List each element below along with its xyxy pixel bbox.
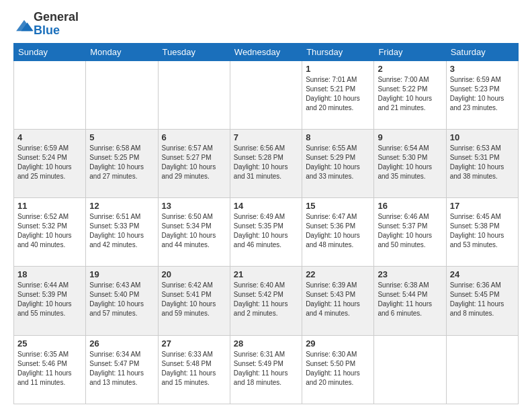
day-number: 19 bbox=[89, 269, 154, 279]
day-number: 7 bbox=[234, 132, 298, 142]
day-info: Sunrise: 7:01 AM Sunset: 5:21 PM Dayligh… bbox=[306, 75, 370, 113]
calendar-cell: 25Sunrise: 6:35 AM Sunset: 5:46 PM Dayli… bbox=[14, 335, 86, 404]
day-number: 22 bbox=[306, 269, 370, 279]
calendar-cell: 8Sunrise: 6:55 AM Sunset: 5:29 PM Daylig… bbox=[302, 129, 374, 197]
calendar-cell: 29Sunrise: 6:30 AM Sunset: 5:50 PM Dayli… bbox=[302, 335, 374, 404]
calendar-cell: 19Sunrise: 6:43 AM Sunset: 5:40 PM Dayli… bbox=[86, 267, 158, 335]
day-info: Sunrise: 6:43 AM Sunset: 5:40 PM Dayligh… bbox=[89, 281, 154, 318]
day-info: Sunrise: 6:34 AM Sunset: 5:47 PM Dayligh… bbox=[89, 350, 154, 387]
day-number: 9 bbox=[378, 132, 442, 142]
calendar-cell bbox=[158, 60, 230, 129]
day-number: 29 bbox=[306, 338, 370, 349]
calendar-cell: 5Sunrise: 6:58 AM Sunset: 5:25 PM Daylig… bbox=[86, 129, 158, 197]
day-info: Sunrise: 6:45 AM Sunset: 5:38 PM Dayligh… bbox=[450, 212, 515, 250]
calendar-cell: 2Sunrise: 7:00 AM Sunset: 5:22 PM Daylig… bbox=[374, 60, 446, 129]
page: General Blue Sunday Monday Tuesday Wedne… bbox=[0, 0, 532, 411]
day-info: Sunrise: 6:30 AM Sunset: 5:50 PM Dayligh… bbox=[306, 350, 370, 387]
day-number: 8 bbox=[306, 132, 370, 142]
calendar-week-row: 11Sunrise: 6:52 AM Sunset: 5:32 PM Dayli… bbox=[14, 198, 519, 267]
calendar-header-row: Sunday Monday Tuesday Wednesday Thursday… bbox=[14, 43, 519, 60]
day-number: 15 bbox=[306, 201, 370, 211]
day-number: 2 bbox=[378, 64, 442, 74]
calendar-cell: 23Sunrise: 6:38 AM Sunset: 5:44 PM Dayli… bbox=[374, 267, 446, 335]
calendar-cell: 26Sunrise: 6:34 AM Sunset: 5:47 PM Dayli… bbox=[86, 335, 158, 404]
day-number: 10 bbox=[450, 132, 515, 142]
calendar-cell: 9Sunrise: 6:54 AM Sunset: 5:30 PM Daylig… bbox=[374, 129, 446, 197]
day-info: Sunrise: 6:54 AM Sunset: 5:30 PM Dayligh… bbox=[378, 144, 442, 181]
day-info: Sunrise: 6:55 AM Sunset: 5:29 PM Dayligh… bbox=[306, 144, 370, 181]
day-info: Sunrise: 6:59 AM Sunset: 5:24 PM Dayligh… bbox=[17, 144, 82, 181]
calendar-cell bbox=[374, 335, 446, 404]
day-info: Sunrise: 6:31 AM Sunset: 5:49 PM Dayligh… bbox=[234, 350, 298, 387]
day-number: 23 bbox=[378, 269, 442, 279]
day-info: Sunrise: 6:58 AM Sunset: 5:25 PM Dayligh… bbox=[89, 144, 154, 181]
calendar-cell: 13Sunrise: 6:50 AM Sunset: 5:34 PM Dayli… bbox=[158, 198, 230, 267]
calendar-cell: 21Sunrise: 6:40 AM Sunset: 5:42 PM Dayli… bbox=[230, 267, 302, 335]
day-info: Sunrise: 6:59 AM Sunset: 5:23 PM Dayligh… bbox=[450, 75, 515, 113]
col-tuesday: Tuesday bbox=[158, 43, 230, 60]
calendar-cell: 10Sunrise: 6:53 AM Sunset: 5:31 PM Dayli… bbox=[446, 129, 518, 197]
day-info: Sunrise: 6:53 AM Sunset: 5:31 PM Dayligh… bbox=[450, 144, 515, 181]
day-info: Sunrise: 6:47 AM Sunset: 5:36 PM Dayligh… bbox=[306, 212, 370, 250]
day-info: Sunrise: 6:52 AM Sunset: 5:32 PM Dayligh… bbox=[17, 212, 82, 250]
col-monday: Monday bbox=[86, 43, 158, 60]
col-saturday: Saturday bbox=[446, 43, 518, 60]
day-number: 14 bbox=[234, 201, 298, 211]
col-friday: Friday bbox=[374, 43, 446, 60]
calendar-cell: 16Sunrise: 6:46 AM Sunset: 5:37 PM Dayli… bbox=[374, 198, 446, 267]
day-number: 28 bbox=[234, 338, 298, 349]
day-info: Sunrise: 6:44 AM Sunset: 5:39 PM Dayligh… bbox=[17, 281, 82, 318]
day-number: 12 bbox=[89, 201, 154, 211]
day-info: Sunrise: 7:00 AM Sunset: 5:22 PM Dayligh… bbox=[378, 75, 442, 113]
calendar-cell: 20Sunrise: 6:42 AM Sunset: 5:41 PM Dayli… bbox=[158, 267, 230, 335]
day-number: 1 bbox=[306, 64, 370, 74]
calendar-cell: 17Sunrise: 6:45 AM Sunset: 5:38 PM Dayli… bbox=[446, 198, 518, 267]
logo-blue: Blue bbox=[34, 24, 79, 38]
day-number: 17 bbox=[450, 201, 515, 211]
calendar-cell: 11Sunrise: 6:52 AM Sunset: 5:32 PM Dayli… bbox=[14, 198, 86, 267]
day-info: Sunrise: 6:35 AM Sunset: 5:46 PM Dayligh… bbox=[17, 350, 82, 387]
day-number: 11 bbox=[17, 201, 82, 211]
day-info: Sunrise: 6:49 AM Sunset: 5:35 PM Dayligh… bbox=[234, 212, 298, 250]
day-info: Sunrise: 6:38 AM Sunset: 5:44 PM Dayligh… bbox=[378, 281, 442, 318]
col-thursday: Thursday bbox=[302, 43, 374, 60]
logo-icon bbox=[15, 19, 34, 34]
day-number: 6 bbox=[162, 132, 226, 142]
calendar-cell: 1Sunrise: 7:01 AM Sunset: 5:21 PM Daylig… bbox=[302, 60, 374, 129]
day-info: Sunrise: 6:50 AM Sunset: 5:34 PM Dayligh… bbox=[162, 212, 226, 250]
day-number: 4 bbox=[17, 132, 82, 142]
day-number: 18 bbox=[17, 269, 82, 279]
calendar-week-row: 18Sunrise: 6:44 AM Sunset: 5:39 PM Dayli… bbox=[14, 267, 519, 335]
calendar-cell bbox=[86, 60, 158, 129]
day-number: 3 bbox=[450, 64, 515, 74]
calendar-cell bbox=[230, 60, 302, 129]
day-number: 13 bbox=[162, 201, 226, 211]
calendar-cell bbox=[446, 335, 518, 404]
day-info: Sunrise: 6:51 AM Sunset: 5:33 PM Dayligh… bbox=[89, 212, 154, 250]
calendar-table: Sunday Monday Tuesday Wednesday Thursday… bbox=[13, 43, 519, 404]
day-info: Sunrise: 6:57 AM Sunset: 5:27 PM Dayligh… bbox=[162, 144, 226, 181]
day-info: Sunrise: 6:40 AM Sunset: 5:42 PM Dayligh… bbox=[234, 281, 298, 318]
day-info: Sunrise: 6:33 AM Sunset: 5:48 PM Dayligh… bbox=[162, 350, 226, 387]
day-number: 16 bbox=[378, 201, 442, 211]
day-number: 21 bbox=[234, 269, 298, 279]
calendar-week-row: 4Sunrise: 6:59 AM Sunset: 5:24 PM Daylig… bbox=[14, 129, 519, 197]
day-info: Sunrise: 6:39 AM Sunset: 5:43 PM Dayligh… bbox=[306, 281, 370, 318]
calendar-week-row: 25Sunrise: 6:35 AM Sunset: 5:46 PM Dayli… bbox=[14, 335, 519, 404]
calendar-cell: 6Sunrise: 6:57 AM Sunset: 5:27 PM Daylig… bbox=[158, 129, 230, 197]
calendar-cell: 3Sunrise: 6:59 AM Sunset: 5:23 PM Daylig… bbox=[446, 60, 518, 129]
day-number: 5 bbox=[89, 132, 154, 142]
day-number: 25 bbox=[17, 338, 82, 349]
col-sunday: Sunday bbox=[14, 43, 86, 60]
calendar-cell: 22Sunrise: 6:39 AM Sunset: 5:43 PM Dayli… bbox=[302, 267, 374, 335]
header: General Blue bbox=[13, 11, 519, 38]
day-number: 24 bbox=[450, 269, 515, 279]
calendar-cell: 4Sunrise: 6:59 AM Sunset: 5:24 PM Daylig… bbox=[14, 129, 86, 197]
calendar-cell bbox=[14, 60, 86, 129]
calendar-cell: 15Sunrise: 6:47 AM Sunset: 5:36 PM Dayli… bbox=[302, 198, 374, 267]
calendar-cell: 7Sunrise: 6:56 AM Sunset: 5:28 PM Daylig… bbox=[230, 129, 302, 197]
day-number: 27 bbox=[162, 338, 226, 349]
day-number: 26 bbox=[89, 338, 154, 349]
calendar-cell: 27Sunrise: 6:33 AM Sunset: 5:48 PM Dayli… bbox=[158, 335, 230, 404]
day-info: Sunrise: 6:56 AM Sunset: 5:28 PM Dayligh… bbox=[234, 144, 298, 181]
